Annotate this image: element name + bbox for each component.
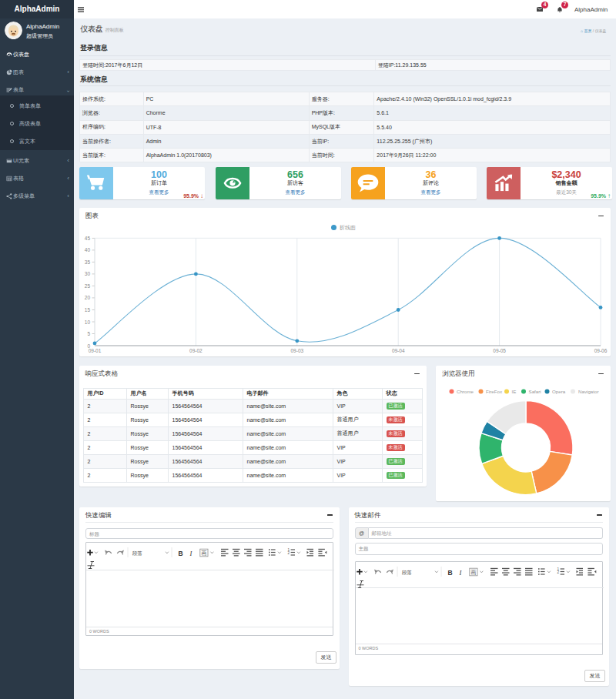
svg-text:10: 10 (85, 319, 91, 325)
svg-text:5: 5 (87, 331, 90, 336)
svg-text:15: 15 (85, 307, 91, 313)
svg-text:IE: IE (512, 389, 517, 394)
svg-text:45: 45 (85, 236, 91, 241)
svg-text:B: B (179, 550, 183, 557)
svg-text:2: 2 (288, 551, 290, 555)
svg-text:B: B (447, 568, 452, 576)
svg-text:09-06: 09-06 (594, 348, 608, 353)
svg-text:25: 25 (85, 283, 91, 289)
svg-text:画: 画 (470, 570, 476, 575)
svg-text:20: 20 (85, 295, 91, 300)
svg-text:Navigator: Navigator (578, 389, 598, 394)
svg-text:35: 35 (85, 259, 91, 265)
svg-text:09-03: 09-03 (290, 348, 303, 353)
svg-text:2: 2 (557, 570, 559, 574)
svg-text:Chrome: Chrome (457, 389, 474, 394)
svg-text:09-05: 09-05 (493, 348, 506, 353)
svg-text:段落: 段落 (401, 569, 412, 575)
svg-text:09-01: 09-01 (89, 348, 102, 353)
svg-text:Opera: Opera (552, 389, 566, 394)
svg-text:I: I (458, 568, 462, 576)
svg-text:折线图: 折线图 (340, 225, 356, 231)
svg-text:09-02: 09-02 (189, 348, 203, 353)
svg-text:画: 画 (202, 550, 207, 556)
svg-text:段落: 段落 (132, 550, 142, 557)
svg-text:I: I (189, 550, 193, 557)
svg-text:30: 30 (85, 271, 91, 276)
svg-text:Safari: Safari (529, 389, 541, 394)
svg-text:40: 40 (85, 247, 91, 253)
svg-text:09-04: 09-04 (392, 348, 405, 353)
svg-text:FireFox: FireFox (486, 389, 503, 394)
